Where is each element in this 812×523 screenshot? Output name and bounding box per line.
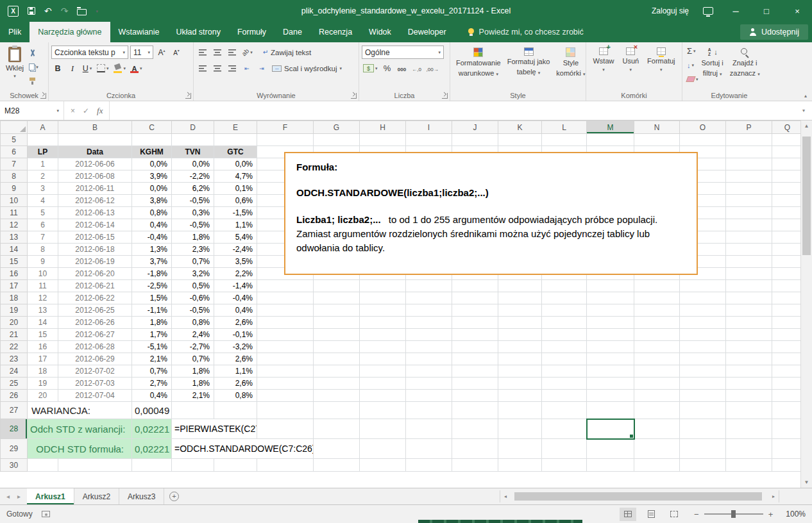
cell-I29[interactable]: [406, 439, 452, 459]
cell-J29[interactable]: [452, 439, 498, 459]
row-header-26[interactable]: 26: [1, 390, 28, 402]
paste-button[interactable]: Wklej ▾: [3, 46, 27, 90]
cell-D15[interactable]: 0,7%: [172, 256, 214, 268]
sheet-tab-arkusz2[interactable]: Arkusz2: [74, 488, 119, 504]
cell-D18[interactable]: -0,6%: [172, 292, 214, 304]
cell-I21[interactable]: [406, 329, 452, 341]
cell-E11[interactable]: -1,5%: [214, 207, 257, 219]
row-header-15[interactable]: 15: [1, 256, 28, 268]
cell-K18[interactable]: [498, 292, 542, 304]
cell-Q19[interactable]: [772, 304, 801, 317]
cell-M26[interactable]: [587, 390, 634, 402]
cell-J28[interactable]: [452, 419, 498, 439]
column-header-F[interactable]: F: [257, 121, 314, 134]
row-header-23[interactable]: 23: [1, 353, 28, 365]
cell-H22[interactable]: [360, 341, 406, 353]
cell-C13[interactable]: -0,4%: [132, 231, 172, 244]
cell-A8[interactable]: 2: [28, 170, 58, 183]
cell-N27[interactable]: [634, 402, 680, 419]
cell-B22[interactable]: 2012-06-28: [58, 341, 132, 353]
cell-C20[interactable]: 1,8%: [132, 317, 172, 329]
cell-P19[interactable]: [726, 304, 772, 317]
cell-Q7[interactable]: [772, 158, 801, 170]
cell-J26[interactable]: [452, 390, 498, 402]
cell-B13[interactable]: 2012-06-15: [58, 231, 132, 244]
column-header-O[interactable]: O: [680, 121, 726, 134]
cell-B11[interactable]: 2012-06-13: [58, 207, 132, 219]
cell-O22[interactable]: [680, 341, 726, 353]
cell-I5[interactable]: [406, 134, 452, 146]
cell-L17[interactable]: [542, 280, 587, 292]
cell-Q9[interactable]: [772, 183, 801, 195]
cell-O20[interactable]: [680, 317, 726, 329]
cell-H21[interactable]: [360, 329, 406, 341]
cell-Q11[interactable]: [772, 207, 801, 219]
cell-N24[interactable]: [634, 365, 680, 378]
cell-F19[interactable]: [257, 304, 314, 317]
cell-J21[interactable]: [452, 329, 498, 341]
cell-M21[interactable]: [587, 329, 634, 341]
cell-E16[interactable]: 2,2%: [214, 268, 257, 280]
cell-D21[interactable]: 2,4%: [172, 329, 214, 341]
fill-color-button[interactable]: ▾: [112, 62, 128, 75]
row-header-5[interactable]: 5: [1, 134, 28, 146]
cell-Q8[interactable]: [772, 170, 801, 183]
cell-F17[interactable]: [257, 280, 314, 292]
cell-D24[interactable]: 1,8%: [172, 365, 214, 378]
cell-D13[interactable]: 1,8%: [172, 231, 214, 244]
cell-Q29[interactable]: [772, 439, 801, 459]
cell-C10[interactable]: 3,8%: [132, 195, 172, 207]
sheet-tab-arkusz3[interactable]: Arkusz3: [119, 488, 164, 504]
comma-style-button[interactable]: [396, 62, 409, 75]
find-select-button[interactable]: Znajdź i zaznacz ▾: [727, 46, 763, 90]
cell-C15[interactable]: 3,7%: [132, 256, 172, 268]
cell-C23[interactable]: 2,1%: [132, 353, 172, 365]
cell-J22[interactable]: [452, 341, 498, 353]
row-header-30[interactable]: 30: [1, 459, 28, 472]
cell-D8[interactable]: -2,2%: [172, 170, 214, 183]
column-header-P[interactable]: P: [726, 121, 772, 134]
decrease-decimal-button[interactable]: [425, 62, 440, 75]
increase-font-button[interactable]: [155, 46, 168, 59]
cell-L5[interactable]: [542, 134, 587, 146]
column-header-N[interactable]: N: [634, 121, 680, 134]
cell-A19[interactable]: 13: [28, 304, 58, 317]
cell-L26[interactable]: [542, 390, 587, 402]
underline-button[interactable]: U▾: [81, 62, 94, 75]
cell-P28[interactable]: [726, 419, 772, 439]
orientation-button[interactable]: ab▾: [241, 46, 254, 59]
cell-K22[interactable]: [498, 341, 542, 353]
font-dialog-launcher[interactable]: [185, 93, 191, 99]
cell-B9[interactable]: 2012-06-11: [58, 183, 132, 195]
cell-F24[interactable]: [257, 365, 314, 378]
cell-F27[interactable]: [257, 402, 314, 419]
cell-Q5[interactable]: [772, 134, 801, 146]
cell-E13[interactable]: 5,4%: [214, 231, 257, 244]
cell-D23[interactable]: 0,7%: [172, 353, 214, 365]
save-icon[interactable]: [28, 7, 35, 15]
cell-C16[interactable]: -1,8%: [132, 268, 172, 280]
cell-L30[interactable]: [542, 459, 587, 472]
cell-I17[interactable]: [406, 280, 452, 292]
cell-K25[interactable]: [498, 378, 542, 390]
format-painter-button[interactable]: [29, 76, 38, 87]
cell-I19[interactable]: [406, 304, 452, 317]
vertical-scrollbar[interactable]: ▲ ▼: [800, 120, 812, 488]
cell-N17[interactable]: [634, 280, 680, 292]
cell-M18[interactable]: [587, 292, 634, 304]
cell-B20[interactable]: 2012-06-26: [58, 317, 132, 329]
cell-D26[interactable]: 2,1%: [172, 390, 214, 402]
cell-P5[interactable]: [726, 134, 772, 146]
cell-B7[interactable]: 2012-06-06: [58, 158, 132, 170]
cell-O27[interactable]: [680, 402, 726, 419]
cell-G24[interactable]: [314, 365, 360, 378]
cell-A13[interactable]: 7: [28, 231, 58, 244]
cell-N26[interactable]: [634, 390, 680, 402]
cell-E22[interactable]: -3,2%: [214, 341, 257, 353]
cell-P24[interactable]: [726, 365, 772, 378]
cell-F5[interactable]: [257, 134, 314, 146]
tab-deweloper[interactable]: Deweloper: [400, 22, 455, 42]
cell-A5[interactable]: [28, 134, 58, 146]
row-header-17[interactable]: 17: [1, 280, 28, 292]
format-cells-button[interactable]: Formatuj ▾: [644, 46, 678, 90]
